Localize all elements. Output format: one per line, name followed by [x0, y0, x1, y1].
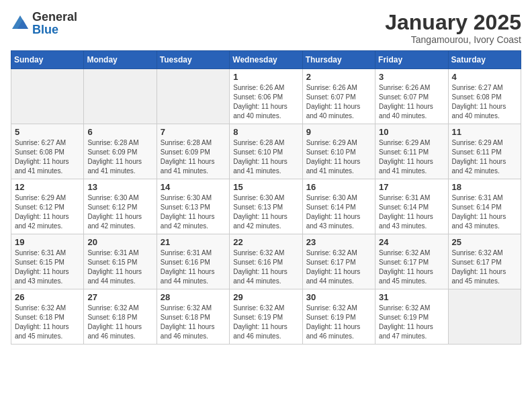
day-number: 31 [379, 292, 444, 302]
day-info: Sunrise: 6:31 AM Sunset: 6:14 PM Dayligh… [452, 193, 517, 231]
day-number: 8 [233, 127, 298, 137]
day-number: 19 [15, 237, 80, 247]
calendar-cell: 26Sunrise: 6:32 AM Sunset: 6:18 PM Dayli… [11, 289, 84, 345]
calendar-week-row: 19Sunrise: 6:31 AM Sunset: 6:15 PM Dayli… [11, 234, 521, 289]
calendar-cell: 10Sunrise: 6:29 AM Sunset: 6:11 PM Dayli… [375, 124, 448, 179]
weekday-header: Thursday [302, 51, 375, 69]
day-number: 17 [379, 182, 444, 192]
month-title: January 2025 [385, 11, 521, 34]
day-number: 5 [15, 127, 80, 137]
calendar-cell: 28Sunrise: 6:32 AM Sunset: 6:18 PM Dayli… [157, 289, 229, 345]
day-number: 7 [161, 127, 226, 137]
calendar-cell: 30Sunrise: 6:32 AM Sunset: 6:19 PM Dayli… [302, 289, 375, 345]
calendar-cell: 11Sunrise: 6:29 AM Sunset: 6:11 PM Dayli… [448, 124, 521, 179]
day-info: Sunrise: 6:32 AM Sunset: 6:18 PM Dayligh… [15, 304, 80, 341]
calendar-cell: 16Sunrise: 6:30 AM Sunset: 6:14 PM Dayli… [302, 179, 375, 234]
calendar-cell: 19Sunrise: 6:31 AM Sunset: 6:15 PM Dayli… [11, 234, 84, 289]
day-info: Sunrise: 6:30 AM Sunset: 6:12 PM Dayligh… [87, 193, 152, 231]
calendar-table: SundayMondayTuesdayWednesdayThursdayFrid… [11, 50, 521, 345]
day-number: 18 [452, 182, 517, 192]
day-info: Sunrise: 6:28 AM Sunset: 6:09 PM Dayligh… [161, 138, 226, 176]
day-number: 1 [233, 72, 298, 82]
day-info: Sunrise: 6:29 AM Sunset: 6:11 PM Dayligh… [379, 138, 444, 176]
calendar-cell: 31Sunrise: 6:32 AM Sunset: 6:19 PM Dayli… [375, 289, 448, 345]
calendar-cell: 5Sunrise: 6:27 AM Sunset: 6:08 PM Daylig… [11, 124, 84, 179]
day-info: Sunrise: 6:32 AM Sunset: 6:16 PM Dayligh… [233, 248, 298, 286]
day-info: Sunrise: 6:32 AM Sunset: 6:19 PM Dayligh… [233, 304, 298, 341]
day-number: 2 [306, 72, 371, 82]
day-info: Sunrise: 6:30 AM Sunset: 6:13 PM Dayligh… [161, 193, 226, 231]
weekday-header: Friday [375, 51, 448, 69]
day-info: Sunrise: 6:30 AM Sunset: 6:14 PM Dayligh… [306, 193, 371, 231]
calendar-week-row: 1Sunrise: 6:26 AM Sunset: 6:06 PM Daylig… [11, 69, 521, 124]
day-info: Sunrise: 6:28 AM Sunset: 6:09 PM Dayligh… [87, 138, 152, 176]
day-number: 22 [233, 237, 298, 247]
calendar-cell: 15Sunrise: 6:30 AM Sunset: 6:13 PM Dayli… [230, 179, 302, 234]
calendar-cell [84, 69, 157, 124]
calendar-cell: 2Sunrise: 6:26 AM Sunset: 6:07 PM Daylig… [302, 69, 375, 124]
day-info: Sunrise: 6:29 AM Sunset: 6:10 PM Dayligh… [306, 138, 371, 176]
day-info: Sunrise: 6:26 AM Sunset: 6:07 PM Dayligh… [306, 83, 371, 121]
day-info: Sunrise: 6:32 AM Sunset: 6:19 PM Dayligh… [379, 304, 444, 341]
day-info: Sunrise: 6:27 AM Sunset: 6:08 PM Dayligh… [15, 138, 80, 176]
day-info: Sunrise: 6:32 AM Sunset: 6:17 PM Dayligh… [379, 248, 444, 286]
calendar-cell: 7Sunrise: 6:28 AM Sunset: 6:09 PM Daylig… [157, 124, 229, 179]
day-info: Sunrise: 6:31 AM Sunset: 6:14 PM Dayligh… [379, 193, 444, 231]
day-number: 23 [306, 237, 371, 247]
day-number: 29 [233, 292, 298, 302]
day-number: 25 [452, 237, 517, 247]
calendar-cell: 17Sunrise: 6:31 AM Sunset: 6:14 PM Dayli… [375, 179, 448, 234]
logo-icon [11, 14, 30, 33]
day-number: 6 [87, 127, 152, 137]
logo: General Blue [11, 11, 77, 36]
day-info: Sunrise: 6:32 AM Sunset: 6:17 PM Dayligh… [452, 248, 517, 286]
day-number: 20 [87, 237, 152, 247]
day-info: Sunrise: 6:32 AM Sunset: 6:18 PM Dayligh… [87, 304, 152, 341]
weekday-header: Saturday [448, 51, 521, 69]
day-info: Sunrise: 6:28 AM Sunset: 6:10 PM Dayligh… [233, 138, 298, 176]
day-number: 3 [379, 72, 444, 82]
day-number: 24 [379, 237, 444, 247]
calendar-cell [157, 69, 229, 124]
day-number: 9 [306, 127, 371, 137]
day-number: 30 [306, 292, 371, 302]
day-number: 28 [161, 292, 226, 302]
day-info: Sunrise: 6:29 AM Sunset: 6:11 PM Dayligh… [452, 138, 517, 176]
page-header: General Blue January 2025 Tangamourou, I… [11, 11, 521, 45]
day-info: Sunrise: 6:26 AM Sunset: 6:06 PM Dayligh… [233, 83, 298, 121]
calendar-cell: 25Sunrise: 6:32 AM Sunset: 6:17 PM Dayli… [448, 234, 521, 289]
calendar-cell: 12Sunrise: 6:29 AM Sunset: 6:12 PM Dayli… [11, 179, 84, 234]
day-info: Sunrise: 6:29 AM Sunset: 6:12 PM Dayligh… [15, 193, 80, 231]
weekday-header: Tuesday [157, 51, 229, 69]
logo-text-blue: Blue [32, 23, 58, 36]
calendar-cell: 9Sunrise: 6:29 AM Sunset: 6:10 PM Daylig… [302, 124, 375, 179]
day-number: 12 [15, 182, 80, 192]
day-number: 10 [379, 127, 444, 137]
calendar-cell: 14Sunrise: 6:30 AM Sunset: 6:13 PM Dayli… [157, 179, 229, 234]
calendar-week-row: 5Sunrise: 6:27 AM Sunset: 6:08 PM Daylig… [11, 124, 521, 179]
day-number: 13 [87, 182, 152, 192]
day-info: Sunrise: 6:32 AM Sunset: 6:19 PM Dayligh… [306, 304, 371, 341]
day-info: Sunrise: 6:30 AM Sunset: 6:13 PM Dayligh… [233, 193, 298, 231]
calendar-cell: 4Sunrise: 6:27 AM Sunset: 6:08 PM Daylig… [448, 69, 521, 124]
calendar-header-row: SundayMondayTuesdayWednesdayThursdayFrid… [11, 51, 521, 69]
calendar-cell: 21Sunrise: 6:31 AM Sunset: 6:16 PM Dayli… [157, 234, 229, 289]
weekday-header: Sunday [11, 51, 84, 69]
calendar-cell: 13Sunrise: 6:30 AM Sunset: 6:12 PM Dayli… [84, 179, 157, 234]
calendar-cell: 18Sunrise: 6:31 AM Sunset: 6:14 PM Dayli… [448, 179, 521, 234]
calendar-week-row: 12Sunrise: 6:29 AM Sunset: 6:12 PM Dayli… [11, 179, 521, 234]
day-info: Sunrise: 6:32 AM Sunset: 6:18 PM Dayligh… [161, 304, 226, 341]
calendar-cell: 1Sunrise: 6:26 AM Sunset: 6:06 PM Daylig… [230, 69, 302, 124]
day-info: Sunrise: 6:32 AM Sunset: 6:17 PM Dayligh… [306, 248, 371, 286]
weekday-header: Monday [84, 51, 157, 69]
calendar-week-row: 26Sunrise: 6:32 AM Sunset: 6:18 PM Dayli… [11, 289, 521, 345]
day-info: Sunrise: 6:31 AM Sunset: 6:16 PM Dayligh… [161, 248, 226, 286]
day-number: 26 [15, 292, 80, 302]
calendar-cell: 22Sunrise: 6:32 AM Sunset: 6:16 PM Dayli… [230, 234, 302, 289]
weekday-header: Wednesday [230, 51, 302, 69]
day-number: 27 [87, 292, 152, 302]
day-number: 4 [452, 72, 517, 82]
logo-text-general: General [32, 10, 77, 24]
calendar-cell: 27Sunrise: 6:32 AM Sunset: 6:18 PM Dayli… [84, 289, 157, 345]
location-subtitle: Tangamourou, Ivory Coast [385, 34, 521, 45]
